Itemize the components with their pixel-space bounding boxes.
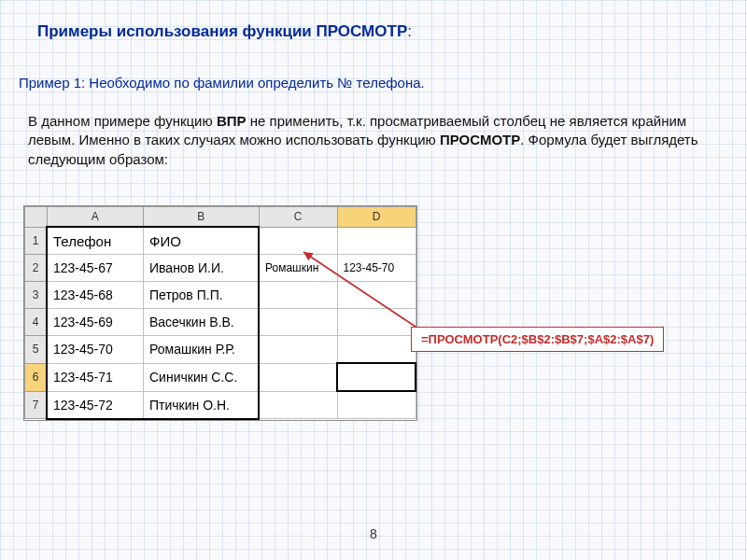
slide-heading: Примеры использования функции ПРОСМОТР: [37, 22, 719, 41]
col-header-a: A [47, 207, 144, 228]
row-header-6: 6 [25, 363, 48, 391]
col-header-d: D [337, 207, 416, 228]
cell-c2: Ромашкин [259, 255, 337, 282]
cell-b4: Васечкин В.В. [144, 309, 260, 336]
col-header-b: B [144, 207, 260, 228]
sheet-corner [25, 207, 48, 228]
spreadsheet: A B C D 1 Телефон ФИО 2 123-45-67 Иванов… [23, 205, 417, 421]
para-bold-vpr: ВПР [217, 113, 247, 129]
row-header-1: 1 [25, 227, 48, 255]
table-row: 7 123-45-72 Птичкин О.Н. [25, 391, 416, 419]
table-row: 3 123-45-68 Петров П.П. [25, 282, 416, 309]
cell-d5 [337, 336, 416, 364]
row-header-2: 2 [25, 255, 48, 282]
cell-d6-selected [337, 363, 416, 391]
page-number: 8 [0, 526, 747, 541]
cell-c4 [259, 309, 337, 336]
col-header-c: C [259, 207, 337, 228]
cell-b2: Иванов И.И. [144, 255, 260, 282]
table-row: 6 123-45-71 Синичкин С.С. [25, 363, 416, 391]
cell-b7: Птичкин О.Н. [144, 391, 260, 419]
cell-b3: Петров П.П. [144, 282, 260, 309]
cell-b6: Синичкин С.С. [144, 363, 260, 391]
table-row: 1 Телефон ФИО [25, 227, 416, 255]
cell-c5 [259, 336, 337, 364]
table-row: 5 123-45-70 Ромашкин Р.Р. [25, 336, 416, 364]
cell-a6: 123-45-71 [47, 363, 144, 391]
table-row: 4 123-45-69 Васечкин В.В. [25, 309, 416, 336]
heading-text: Примеры использования функции ПРОСМОТР [37, 22, 407, 40]
explanation-paragraph: В данном примере функцию ВПР не применит… [28, 112, 719, 169]
heading-colon: : [407, 22, 412, 40]
cell-c7 [259, 391, 337, 419]
cell-a2: 123-45-67 [47, 255, 144, 282]
cell-d2: 123-45-70 [337, 255, 416, 282]
para-seg1: В данном примере функцию [28, 113, 217, 129]
cell-a5: 123-45-70 [47, 336, 144, 364]
row-header-4: 4 [25, 309, 48, 336]
cell-c6 [259, 363, 337, 391]
cell-c3 [259, 282, 337, 309]
cell-a1: Телефон [47, 227, 144, 255]
cell-a3: 123-45-68 [47, 282, 144, 309]
table-row: 2 123-45-67 Иванов И.И. Ромашкин 123-45-… [25, 255, 416, 282]
row-header-5: 5 [25, 336, 48, 364]
cell-a7: 123-45-72 [47, 391, 144, 419]
para-bold-prosmotr: ПРОСМОТР [440, 132, 520, 147]
row-header-3: 3 [25, 282, 48, 309]
cell-d7 [337, 391, 416, 419]
example-subheading: Пример 1: Необходимо по фамилии определи… [19, 75, 719, 91]
cell-d4 [337, 309, 416, 336]
cell-a4: 123-45-69 [47, 309, 144, 336]
cell-b1: ФИО [144, 227, 260, 255]
formula-callout: =ПРОСМОТР(C2;$B$2:$B$7;$A$2:$A$7) [411, 327, 664, 352]
cell-d3 [337, 282, 416, 309]
cell-c1 [259, 227, 337, 255]
cell-d1 [337, 227, 416, 255]
row-header-7: 7 [25, 391, 48, 419]
cell-b5: Ромашкин Р.Р. [144, 336, 260, 364]
